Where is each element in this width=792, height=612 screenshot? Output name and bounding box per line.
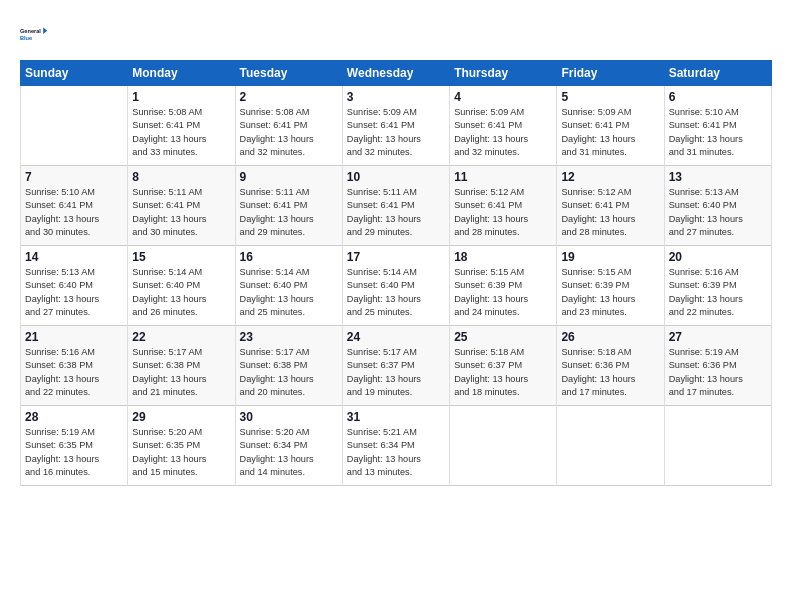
day-number: 1 xyxy=(132,90,230,104)
day-number: 24 xyxy=(347,330,445,344)
day-number: 19 xyxy=(561,250,659,264)
calendar-cell: 27Sunrise: 5:19 AM Sunset: 6:36 PM Dayli… xyxy=(664,326,771,406)
day-info: Sunrise: 5:09 AM Sunset: 6:41 PM Dayligh… xyxy=(561,106,659,159)
weekday-header-thursday: Thursday xyxy=(450,61,557,86)
day-number: 26 xyxy=(561,330,659,344)
day-info: Sunrise: 5:14 AM Sunset: 6:40 PM Dayligh… xyxy=(240,266,338,319)
calendar-cell: 4Sunrise: 5:09 AM Sunset: 6:41 PM Daylig… xyxy=(450,86,557,166)
day-info: Sunrise: 5:17 AM Sunset: 6:38 PM Dayligh… xyxy=(132,346,230,399)
day-info: Sunrise: 5:20 AM Sunset: 6:34 PM Dayligh… xyxy=(240,426,338,479)
day-number: 25 xyxy=(454,330,552,344)
day-info: Sunrise: 5:21 AM Sunset: 6:34 PM Dayligh… xyxy=(347,426,445,479)
day-info: Sunrise: 5:13 AM Sunset: 6:40 PM Dayligh… xyxy=(669,186,767,239)
calendar-cell: 23Sunrise: 5:17 AM Sunset: 6:38 PM Dayli… xyxy=(235,326,342,406)
day-info: Sunrise: 5:19 AM Sunset: 6:36 PM Dayligh… xyxy=(669,346,767,399)
calendar-page: GeneralBlue SundayMondayTuesdayWednesday… xyxy=(0,0,792,498)
calendar-cell: 11Sunrise: 5:12 AM Sunset: 6:41 PM Dayli… xyxy=(450,166,557,246)
calendar-cell: 13Sunrise: 5:13 AM Sunset: 6:40 PM Dayli… xyxy=(664,166,771,246)
day-info: Sunrise: 5:16 AM Sunset: 6:39 PM Dayligh… xyxy=(669,266,767,319)
day-number: 2 xyxy=(240,90,338,104)
svg-text:General: General xyxy=(20,28,41,34)
calendar-cell xyxy=(557,406,664,486)
day-number: 22 xyxy=(132,330,230,344)
day-number: 15 xyxy=(132,250,230,264)
logo-icon: GeneralBlue xyxy=(20,18,52,50)
day-number: 17 xyxy=(347,250,445,264)
day-info: Sunrise: 5:15 AM Sunset: 6:39 PM Dayligh… xyxy=(454,266,552,319)
day-number: 18 xyxy=(454,250,552,264)
weekday-header-sunday: Sunday xyxy=(21,61,128,86)
day-info: Sunrise: 5:20 AM Sunset: 6:35 PM Dayligh… xyxy=(132,426,230,479)
day-info: Sunrise: 5:10 AM Sunset: 6:41 PM Dayligh… xyxy=(669,106,767,159)
calendar-cell: 25Sunrise: 5:18 AM Sunset: 6:37 PM Dayli… xyxy=(450,326,557,406)
header: GeneralBlue xyxy=(20,18,772,50)
day-info: Sunrise: 5:09 AM Sunset: 6:41 PM Dayligh… xyxy=(454,106,552,159)
day-number: 30 xyxy=(240,410,338,424)
week-row-1: 1Sunrise: 5:08 AM Sunset: 6:41 PM Daylig… xyxy=(21,86,772,166)
calendar-cell: 26Sunrise: 5:18 AM Sunset: 6:36 PM Dayli… xyxy=(557,326,664,406)
calendar-cell: 10Sunrise: 5:11 AM Sunset: 6:41 PM Dayli… xyxy=(342,166,449,246)
calendar-cell: 18Sunrise: 5:15 AM Sunset: 6:39 PM Dayli… xyxy=(450,246,557,326)
day-info: Sunrise: 5:14 AM Sunset: 6:40 PM Dayligh… xyxy=(347,266,445,319)
day-info: Sunrise: 5:11 AM Sunset: 6:41 PM Dayligh… xyxy=(132,186,230,239)
week-row-5: 28Sunrise: 5:19 AM Sunset: 6:35 PM Dayli… xyxy=(21,406,772,486)
logo: GeneralBlue xyxy=(20,18,56,50)
day-number: 14 xyxy=(25,250,123,264)
weekday-header-tuesday: Tuesday xyxy=(235,61,342,86)
calendar-cell: 6Sunrise: 5:10 AM Sunset: 6:41 PM Daylig… xyxy=(664,86,771,166)
calendar-cell: 8Sunrise: 5:11 AM Sunset: 6:41 PM Daylig… xyxy=(128,166,235,246)
calendar-cell: 1Sunrise: 5:08 AM Sunset: 6:41 PM Daylig… xyxy=(128,86,235,166)
calendar-cell: 7Sunrise: 5:10 AM Sunset: 6:41 PM Daylig… xyxy=(21,166,128,246)
calendar-cell: 15Sunrise: 5:14 AM Sunset: 6:40 PM Dayli… xyxy=(128,246,235,326)
day-info: Sunrise: 5:14 AM Sunset: 6:40 PM Dayligh… xyxy=(132,266,230,319)
day-number: 3 xyxy=(347,90,445,104)
weekday-header-wednesday: Wednesday xyxy=(342,61,449,86)
day-info: Sunrise: 5:11 AM Sunset: 6:41 PM Dayligh… xyxy=(347,186,445,239)
day-number: 29 xyxy=(132,410,230,424)
day-info: Sunrise: 5:11 AM Sunset: 6:41 PM Dayligh… xyxy=(240,186,338,239)
calendar-cell: 9Sunrise: 5:11 AM Sunset: 6:41 PM Daylig… xyxy=(235,166,342,246)
day-info: Sunrise: 5:09 AM Sunset: 6:41 PM Dayligh… xyxy=(347,106,445,159)
day-info: Sunrise: 5:13 AM Sunset: 6:40 PM Dayligh… xyxy=(25,266,123,319)
day-number: 16 xyxy=(240,250,338,264)
day-number: 6 xyxy=(669,90,767,104)
calendar-cell: 19Sunrise: 5:15 AM Sunset: 6:39 PM Dayli… xyxy=(557,246,664,326)
day-number: 11 xyxy=(454,170,552,184)
day-info: Sunrise: 5:16 AM Sunset: 6:38 PM Dayligh… xyxy=(25,346,123,399)
day-number: 8 xyxy=(132,170,230,184)
day-info: Sunrise: 5:15 AM Sunset: 6:39 PM Dayligh… xyxy=(561,266,659,319)
day-info: Sunrise: 5:12 AM Sunset: 6:41 PM Dayligh… xyxy=(561,186,659,239)
day-number: 13 xyxy=(669,170,767,184)
day-info: Sunrise: 5:17 AM Sunset: 6:37 PM Dayligh… xyxy=(347,346,445,399)
calendar-cell: 5Sunrise: 5:09 AM Sunset: 6:41 PM Daylig… xyxy=(557,86,664,166)
day-number: 20 xyxy=(669,250,767,264)
calendar-cell xyxy=(450,406,557,486)
calendar-cell xyxy=(664,406,771,486)
day-number: 4 xyxy=(454,90,552,104)
day-number: 23 xyxy=(240,330,338,344)
day-info: Sunrise: 5:12 AM Sunset: 6:41 PM Dayligh… xyxy=(454,186,552,239)
week-row-3: 14Sunrise: 5:13 AM Sunset: 6:40 PM Dayli… xyxy=(21,246,772,326)
day-number: 9 xyxy=(240,170,338,184)
calendar-table: SundayMondayTuesdayWednesdayThursdayFrid… xyxy=(20,60,772,486)
calendar-cell: 12Sunrise: 5:12 AM Sunset: 6:41 PM Dayli… xyxy=(557,166,664,246)
calendar-cell: 30Sunrise: 5:20 AM Sunset: 6:34 PM Dayli… xyxy=(235,406,342,486)
calendar-cell: 31Sunrise: 5:21 AM Sunset: 6:34 PM Dayli… xyxy=(342,406,449,486)
day-number: 10 xyxy=(347,170,445,184)
day-number: 7 xyxy=(25,170,123,184)
calendar-cell: 22Sunrise: 5:17 AM Sunset: 6:38 PM Dayli… xyxy=(128,326,235,406)
svg-marker-1 xyxy=(43,28,47,34)
weekday-header-saturday: Saturday xyxy=(664,61,771,86)
calendar-cell: 28Sunrise: 5:19 AM Sunset: 6:35 PM Dayli… xyxy=(21,406,128,486)
day-info: Sunrise: 5:19 AM Sunset: 6:35 PM Dayligh… xyxy=(25,426,123,479)
calendar-cell: 24Sunrise: 5:17 AM Sunset: 6:37 PM Dayli… xyxy=(342,326,449,406)
day-number: 12 xyxy=(561,170,659,184)
calendar-cell: 29Sunrise: 5:20 AM Sunset: 6:35 PM Dayli… xyxy=(128,406,235,486)
day-info: Sunrise: 5:18 AM Sunset: 6:36 PM Dayligh… xyxy=(561,346,659,399)
calendar-cell: 14Sunrise: 5:13 AM Sunset: 6:40 PM Dayli… xyxy=(21,246,128,326)
calendar-cell: 3Sunrise: 5:09 AM Sunset: 6:41 PM Daylig… xyxy=(342,86,449,166)
weekday-header-monday: Monday xyxy=(128,61,235,86)
svg-text:Blue: Blue xyxy=(20,35,32,41)
day-info: Sunrise: 5:18 AM Sunset: 6:37 PM Dayligh… xyxy=(454,346,552,399)
day-number: 21 xyxy=(25,330,123,344)
